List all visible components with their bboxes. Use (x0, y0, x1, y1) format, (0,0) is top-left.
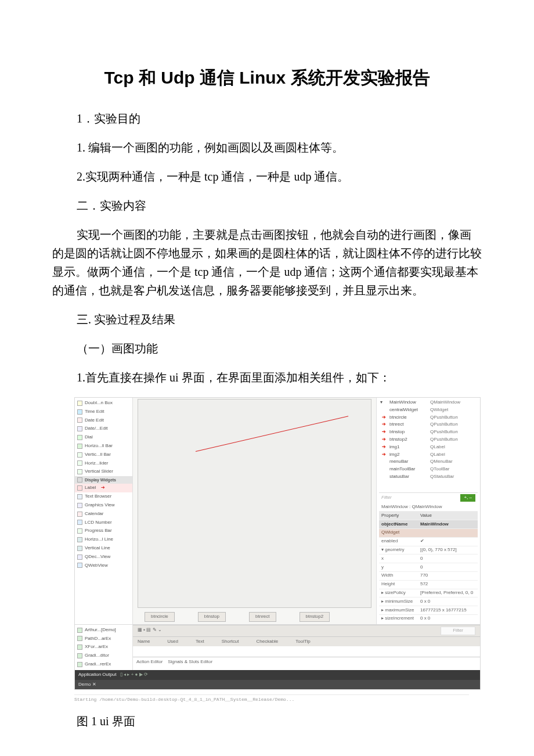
page-title: Tcp 和 Udp 通信 Linux 系统开发实验报告 (52, 64, 482, 92)
property-row[interactable]: x0 (379, 555, 478, 563)
widget-item[interactable]: LCD Number (75, 519, 132, 527)
tree-row[interactable]: ➔btnrectQPushButton (379, 421, 478, 429)
section-1-header: 1．实验目的 (52, 109, 482, 128)
widget-icon (77, 435, 82, 440)
demo-item[interactable]: Gradi...rerEx (75, 660, 132, 669)
widget-item[interactable]: Progress Bar (75, 527, 132, 535)
tree-indent (380, 458, 387, 466)
widget-item[interactable]: Horizo...ll Bar (75, 442, 132, 451)
widget-label: Graphics View (85, 502, 114, 509)
property-value: 0 (418, 555, 478, 563)
demo-item[interactable]: Gradi...ditor (75, 651, 132, 660)
tree-row[interactable]: centralWidgetQWidget (379, 406, 478, 414)
highlight-arrow-icon: ➔ (101, 484, 105, 492)
widget-item[interactable]: QWebView (75, 561, 132, 570)
property-name: y (379, 563, 418, 572)
tree-row[interactable]: ➔btnstopQPushButton (379, 429, 478, 436)
section-3-sub1: （一）画图功能 (52, 339, 482, 358)
demo-list: Arthur...[Demo]PathD...arExXFor...arExGr… (75, 625, 133, 670)
demo-label: Gradi...ditor (85, 652, 109, 660)
widget-icon (77, 444, 82, 449)
widget-item[interactable]: Display Widgets (75, 476, 132, 484)
widget-item[interactable]: QDec...View (75, 553, 132, 561)
demo-label: Arthur...[Demo] (85, 627, 116, 634)
btncircle-button[interactable]: btncircle (145, 612, 175, 622)
property-row[interactable]: ▸ sizeIncrement0 x 0 (379, 614, 478, 622)
demo-item[interactable]: Arthur...[Demo] (75, 626, 132, 635)
property-row[interactable]: ▸ sizePolicy[Preferred, Preferred, 0, 0 (379, 589, 478, 597)
widget-icon (77, 520, 82, 525)
property-row[interactable]: ▸ maximumSize16777215 x 16777215 (379, 606, 478, 615)
btnstop2-button[interactable]: btnstop2 (300, 612, 330, 622)
section-1-item-1: 1. 编辑一个画图的功能，例如画圆以及画圆柱体等。 (52, 138, 482, 157)
property-row[interactable]: enabled✔ (379, 537, 478, 546)
demo-label: Gradi...rerEx (85, 661, 111, 668)
widget-item[interactable]: Text Browser (75, 492, 132, 501)
widget-icon (77, 477, 82, 483)
btnstop-button[interactable]: btnstop (198, 612, 226, 622)
widget-item[interactable]: Date Edit (75, 416, 132, 425)
widget-label: Dial (85, 434, 93, 441)
widget-label: Vertical Slider (85, 468, 113, 476)
property-name: QWidget (379, 528, 418, 537)
property-value: [(0, 0), 770 x 572] (418, 546, 478, 555)
property-row[interactable]: y0 (379, 563, 478, 572)
property-name: enabled (379, 537, 418, 546)
property-row[interactable]: ▸ minimumSize0 x 0 (379, 597, 478, 606)
demo-item[interactable]: PathD...arEx (75, 635, 132, 643)
widget-item[interactable]: Label➔ (75, 484, 132, 492)
action-column-header: Name (138, 638, 150, 646)
property-value: 572 (418, 580, 478, 589)
property-row[interactable]: Height572 (379, 580, 478, 589)
tree-item-name: btncircle (389, 414, 428, 422)
output-tab-demo[interactable]: Demo ✕ (78, 681, 96, 689)
tree-root[interactable]: MainWindow (389, 399, 428, 406)
tree-indent (380, 406, 387, 414)
tab-action-editor[interactable]: Action Editor (136, 659, 163, 664)
tree-item-class: QWidget (430, 406, 477, 414)
section-1-item-2: 2.实现两种通信，一种是 tcp 通信，一种是 udp 通信。 (52, 167, 482, 186)
red-arrow-icon: ➔ (380, 414, 387, 422)
action-columns: NameUsedTextShortcutCheckableToolTip (133, 636, 480, 647)
tree-row[interactable]: ➔btnstop2QPushButton (379, 436, 478, 444)
widget-label: Horizo...l Line (85, 536, 113, 543)
property-row[interactable]: QWidget (379, 528, 478, 537)
tree-item-name: img1 (389, 444, 428, 451)
toolbar-icon[interactable]: ▦ ▪ ▤ ✎ ⌄ (138, 627, 162, 635)
tree-row[interactable]: statusBarQStatusBar (379, 473, 478, 481)
tree-item-name: btnrect (389, 421, 428, 429)
tree-item-class: QToolBar (430, 466, 477, 473)
demo-item[interactable]: XFor...arEx (75, 643, 132, 651)
widget-label: Date Edit (85, 417, 104, 424)
property-name: Height (379, 580, 418, 589)
widget-item[interactable]: Horizo...l Line (75, 535, 132, 544)
widget-box-panel: Doubl...n BoxTime EditDate EditDate/...E… (75, 398, 133, 624)
widget-item[interactable]: Horiz...lider (75, 459, 132, 468)
widget-icon (77, 485, 82, 491)
widget-item[interactable]: Time Edit (75, 408, 132, 416)
tree-row[interactable]: menuBarQMenuBar (379, 458, 478, 466)
tab-signals-slots[interactable]: Signals & Slots Editor (168, 659, 212, 664)
widget-item[interactable]: Vertical Slider (75, 467, 132, 476)
tree-row[interactable]: ➔img1QLabel (379, 444, 478, 451)
filter-field[interactable]: Filter (441, 627, 475, 635)
tree-row[interactable]: ➔img2QLabel (379, 451, 478, 459)
add-remove-button[interactable]: +, – (460, 494, 475, 502)
demo-label: PathD...arEx (85, 635, 111, 643)
widget-item[interactable]: Vertic...ll Bar (75, 451, 132, 459)
widget-item[interactable]: Dial (75, 433, 132, 442)
widget-item[interactable]: Calendar (75, 510, 132, 519)
tree-row[interactable]: ➔btncircleQPushButton (379, 414, 478, 422)
filter-input[interactable]: Filter (381, 494, 392, 502)
property-row[interactable]: ▾ geometry[(0, 0), 770 x 572] (379, 546, 478, 555)
widget-item[interactable]: Doubl...n Box (75, 399, 132, 408)
widget-item[interactable]: Graphics View (75, 501, 132, 510)
widget-icon (77, 409, 82, 415)
tree-row[interactable]: mainToolBarQToolBar (379, 466, 478, 473)
property-row[interactable]: objectNameMainWindow (379, 520, 478, 529)
property-row[interactable]: Width770 (379, 571, 478, 580)
btnrect-button[interactable]: btnrect (249, 612, 276, 622)
property-value: [Preferred, Preferred, 0, 0 (418, 589, 478, 597)
widget-item[interactable]: Vertical Line (75, 544, 132, 553)
widget-item[interactable]: Date/...Edit (75, 424, 132, 433)
